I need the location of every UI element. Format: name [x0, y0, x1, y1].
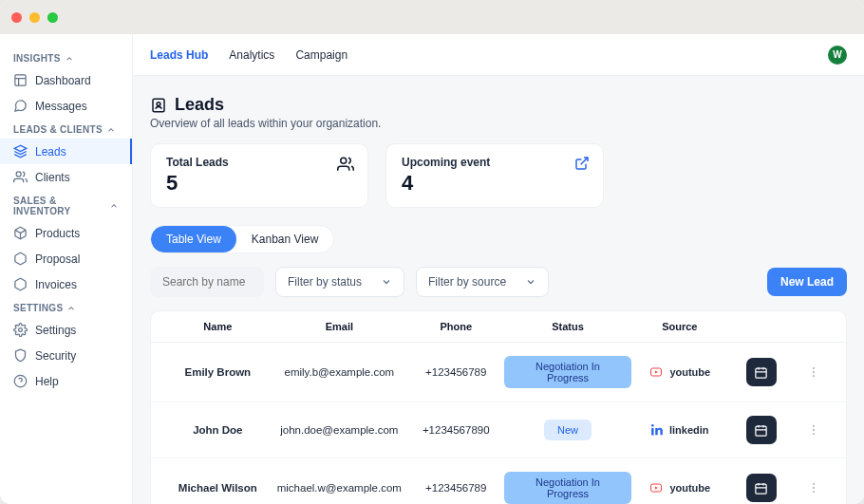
- sidebar-item-settings[interactable]: Settings: [0, 317, 132, 343]
- main: Leads Hub Analytics Campaign W Leads Ove…: [133, 34, 864, 504]
- page-subtitle: Overview of all leads within your organi…: [150, 117, 847, 130]
- linkedin-icon: [650, 423, 664, 437]
- card-upcoming-event: Upcoming event 4: [385, 143, 604, 208]
- card-label: Upcoming event: [402, 156, 588, 169]
- topbar: Leads Hub Analytics Campaign W: [133, 34, 864, 76]
- table-row: John Doe john.doe@example.com +123456789…: [151, 402, 846, 458]
- svg-marker-32: [655, 487, 658, 490]
- cell-email: michael.w@example.com: [272, 482, 407, 494]
- svg-point-30: [813, 433, 815, 435]
- sidebar-item-label: Messages: [35, 100, 87, 113]
- chevron-up-icon: [106, 125, 116, 135]
- sidebar-item-label: Products: [35, 227, 80, 240]
- calendar-button[interactable]: [746, 358, 777, 386]
- card-label: Total Leads: [166, 156, 352, 169]
- cell-phone: +1234567890: [407, 424, 504, 436]
- calendar-button[interactable]: [746, 416, 777, 444]
- row-menu-button[interactable]: [795, 423, 833, 437]
- view-kanban[interactable]: Kanban View: [236, 226, 334, 252]
- message-icon: [13, 99, 28, 113]
- users-icon: [13, 170, 28, 184]
- svg-point-10: [157, 102, 160, 105]
- col-source: Source: [631, 321, 728, 332]
- sidebar-item-help[interactable]: Help: [0, 368, 132, 394]
- close-window-icon[interactable]: [11, 12, 22, 23]
- section-sales-inventory[interactable]: SALES & INVENTORY: [0, 190, 132, 220]
- calendar-button[interactable]: [746, 474, 777, 502]
- section-label: SETTINGS: [13, 303, 63, 313]
- maximize-window-icon[interactable]: [47, 12, 58, 23]
- svg-point-39: [813, 491, 815, 493]
- card-value: 5: [166, 171, 352, 196]
- row-menu-button[interactable]: [795, 481, 833, 495]
- youtube-icon: [648, 482, 664, 494]
- sidebar-item-clients[interactable]: Clients: [0, 164, 132, 190]
- source-label: youtube: [669, 482, 710, 494]
- section-leads-clients[interactable]: LEADS & CLIENTS: [0, 119, 132, 139]
- section-label: INSIGHTS: [13, 53, 61, 64]
- svg-point-37: [813, 483, 815, 485]
- sidebar-item-messages[interactable]: Messages: [0, 93, 132, 119]
- col-email: Email: [272, 321, 407, 332]
- tab-analytics[interactable]: Analytics: [229, 48, 274, 62]
- chevron-up-icon: [65, 54, 74, 64]
- svg-point-4: [16, 172, 21, 177]
- svg-rect-23: [651, 428, 653, 436]
- view-toggle: Table View Kanban View: [150, 225, 334, 253]
- svg-point-20: [813, 371, 815, 373]
- status-badge: New: [544, 420, 592, 440]
- svg-line-12: [581, 158, 588, 164]
- svg-marker-3: [14, 145, 27, 151]
- layers-icon: [13, 144, 28, 159]
- sidebar: INSIGHTS Dashboard Messages LEADS & CLIE…: [0, 34, 133, 504]
- svg-rect-0: [15, 75, 26, 85]
- svg-point-6: [19, 328, 23, 332]
- section-label: LEADS & CLIENTS: [13, 124, 103, 135]
- sidebar-item-security[interactable]: Security: [0, 343, 132, 368]
- titlebar: [0, 0, 864, 34]
- tab-campaign[interactable]: Campaign: [295, 48, 347, 62]
- avatar[interactable]: W: [828, 46, 847, 65]
- svg-rect-33: [756, 484, 766, 494]
- sidebar-item-invoices[interactable]: Invoices: [0, 271, 132, 297]
- sidebar-item-label: Security: [35, 349, 76, 363]
- sidebar-item-label: Clients: [35, 171, 70, 184]
- sidebar-item-leads[interactable]: Leads: [0, 139, 132, 164]
- section-insights[interactable]: INSIGHTS: [0, 47, 132, 67]
- svg-point-38: [813, 487, 815, 489]
- section-label: SALES & INVENTORY: [13, 196, 105, 216]
- select-label: Filter by source: [428, 275, 506, 289]
- source-label: linkedin: [669, 424, 709, 436]
- gear-icon: [13, 323, 28, 337]
- cell-action: [728, 474, 795, 502]
- box-icon: [13, 277, 28, 291]
- cell-source: linkedin: [631, 423, 728, 437]
- view-table[interactable]: Table View: [151, 226, 236, 252]
- page-header: Leads: [150, 95, 847, 115]
- sidebar-item-dashboard[interactable]: Dashboard: [0, 67, 132, 93]
- sidebar-item-label: Leads: [35, 145, 66, 159]
- tab-leads-hub[interactable]: Leads Hub: [150, 48, 208, 62]
- cell-email: john.doe@example.com: [272, 424, 407, 436]
- filter-source-select[interactable]: Filter by source: [416, 267, 549, 297]
- chevron-up-icon: [66, 304, 76, 313]
- svg-point-11: [341, 158, 347, 163]
- sidebar-item-label: Invoices: [35, 278, 77, 291]
- sidebar-item-proposal[interactable]: Proposal: [0, 246, 132, 271]
- help-icon: [13, 374, 28, 388]
- section-settings[interactable]: SETTINGS: [0, 297, 132, 317]
- svg-marker-14: [655, 371, 658, 374]
- cell-name: John Doe: [164, 424, 272, 436]
- sidebar-item-products[interactable]: Products: [0, 220, 132, 246]
- svg-point-19: [813, 367, 815, 369]
- row-menu-button[interactable]: [795, 365, 833, 379]
- new-lead-button[interactable]: New Lead: [767, 268, 847, 296]
- external-link-icon[interactable]: [574, 156, 590, 171]
- box-icon: [13, 252, 28, 266]
- filter-status-select[interactable]: Filter by status: [275, 267, 404, 297]
- top-tabs: Leads Hub Analytics Campaign: [150, 48, 807, 62]
- minimize-window-icon[interactable]: [29, 12, 40, 23]
- search-input[interactable]: [150, 267, 264, 297]
- shield-icon: [13, 348, 28, 363]
- cell-status: Negotiation In Progress: [504, 356, 630, 388]
